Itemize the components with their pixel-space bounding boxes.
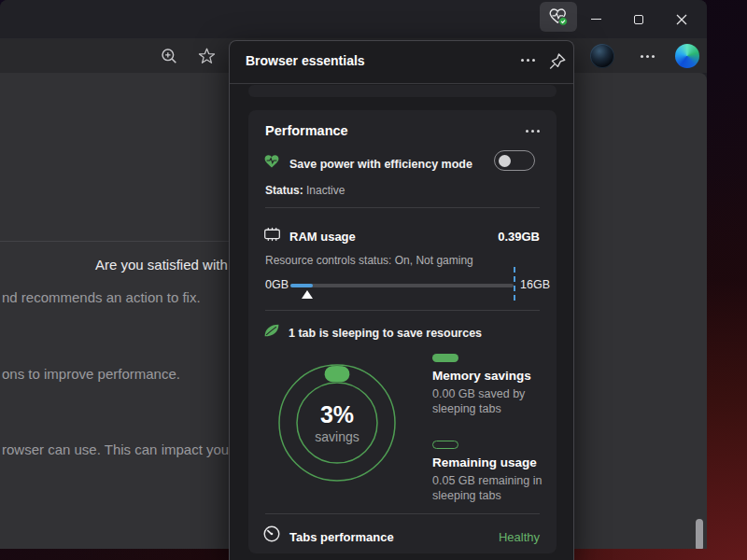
browser-essentials-panel: Browser essentials Performance <box>229 40 574 560</box>
outline-pill-icon <box>432 441 458 449</box>
pin-button[interactable] <box>548 52 567 71</box>
panel-header: Browser essentials <box>230 41 573 83</box>
ram-usage-label: RAM usage <box>289 230 356 244</box>
ram-limit-line <box>514 267 515 301</box>
efficiency-status: Status: Inactive <box>265 184 345 197</box>
legend-desc: sleeping tabs <box>432 488 563 503</box>
efficiency-mode-toggle[interactable] <box>494 150 535 171</box>
panel-divider <box>230 83 573 84</box>
close-button[interactable] <box>660 0 703 38</box>
resource-controls-status: Resource controls status: On, Not gaming <box>265 254 473 267</box>
card-divider <box>265 310 540 311</box>
sleeping-tab-leaf-icon <box>263 323 280 338</box>
star-icon <box>198 48 216 65</box>
settings-more-button[interactable] <box>636 45 658 67</box>
ellipsis-icon <box>641 55 655 58</box>
page-text: Are you satisfied with pe <box>95 257 247 273</box>
zoom-button[interactable] <box>158 45 180 67</box>
maximize-button[interactable] <box>617 0 660 38</box>
ellipsis-icon <box>526 130 540 133</box>
close-icon <box>676 14 687 25</box>
efficiency-heart-icon <box>263 153 280 169</box>
slider-max-label: 16GB <box>520 278 550 291</box>
page-text: ons to improve performance. <box>2 366 180 382</box>
performance-heading: Performance <box>265 123 348 138</box>
pin-icon <box>548 52 567 71</box>
desktop: Are you satisfied with pe nd recommends … <box>0 0 747 560</box>
sleeping-tabs-label: 1 tab is sleeping to save resources <box>289 327 482 340</box>
ram-slider[interactable] <box>290 284 514 287</box>
heart-pulse-icon <box>548 7 569 26</box>
legend-title: Memory savings <box>432 369 563 383</box>
card-divider <box>265 207 540 208</box>
legend-title: Remaining usage <box>432 455 563 469</box>
titlebar <box>0 0 707 38</box>
performance-more-button[interactable] <box>526 130 540 133</box>
memory-savings-legend: Memory savings 0.00 GB saved by sleeping… <box>432 354 563 416</box>
performance-card: Performance Save power with efficiency m… <box>248 110 557 553</box>
savings-caption: savings <box>315 429 359 444</box>
maximize-icon <box>634 15 643 24</box>
magnifier-plus-icon <box>161 48 178 65</box>
copilot-button[interactable] <box>675 44 699 68</box>
panel-title: Browser essentials <box>246 53 365 68</box>
toggle-knob <box>499 155 511 167</box>
gauge-icon <box>262 525 281 543</box>
panel-more-button[interactable] <box>517 59 538 68</box>
legend-desc: sleeping tabs <box>432 401 563 416</box>
ellipsis-icon <box>517 59 538 62</box>
ram-usage-value: 0.39GB <box>498 230 540 244</box>
scrollbar-thumb[interactable] <box>696 519 703 549</box>
legend-desc: 0.05 GB remaining in <box>432 473 563 488</box>
legend-desc: 0.00 GB saved by <box>432 386 563 401</box>
remaining-usage-legend: Remaining usage 0.05 GB remaining in sle… <box>432 441 563 503</box>
ram-slider-marker[interactable] <box>302 290 313 299</box>
savings-percent: 3% <box>320 401 354 428</box>
ram-chip-icon <box>263 227 281 242</box>
ram-slider-fill <box>290 284 313 287</box>
window-controls <box>574 0 703 38</box>
favorites-button[interactable] <box>195 45 218 67</box>
savings-donut-chart: 3% savings <box>274 359 401 486</box>
card-divider <box>265 513 540 514</box>
slider-min-label: 0GB <box>265 278 289 291</box>
tabs-performance-label: Tabs performance <box>289 530 394 544</box>
profile-avatar[interactable] <box>590 44 614 68</box>
minimize-button[interactable] <box>574 0 617 38</box>
donut-center-text: 3% savings <box>274 359 401 486</box>
scrolled-card-edge <box>248 85 557 97</box>
page-divider <box>0 241 231 242</box>
efficiency-mode-label: Save power with efficiency mode <box>289 158 472 171</box>
page-text: nd recommends an action to fix. <box>2 289 201 305</box>
tabs-performance-status[interactable]: Healthy <box>499 530 540 544</box>
filled-pill-icon <box>432 354 458 362</box>
minimize-icon <box>591 19 601 21</box>
browser-essentials-toolbar-button[interactable] <box>540 2 577 32</box>
